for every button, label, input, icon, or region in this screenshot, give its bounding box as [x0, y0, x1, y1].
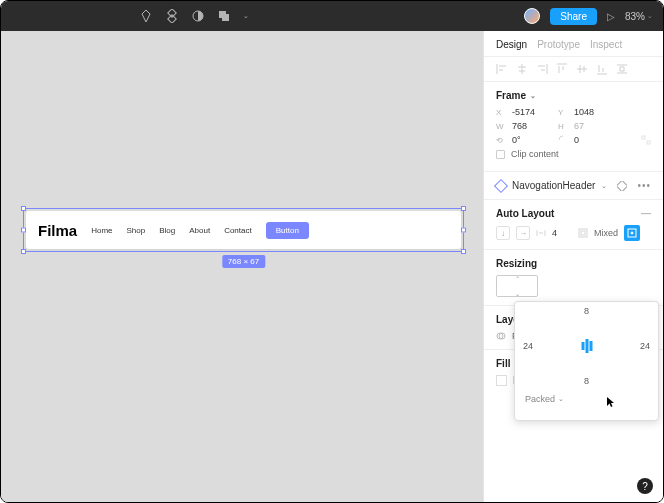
padding-right-input[interactable]: 24 [640, 341, 650, 351]
clip-content-checkbox[interactable] [496, 150, 505, 159]
panel-tabs: Design Prototype Inspect [484, 31, 663, 57]
nav-link: Home [91, 226, 112, 235]
fill-title: Fill [496, 358, 510, 369]
chevron-down-icon: ⌄ [558, 395, 564, 403]
corner-input[interactable]: 0 [574, 135, 614, 145]
tab-prototype[interactable]: Prototype [537, 39, 580, 50]
cursor-icon [606, 396, 616, 408]
autolayout-section: Auto Layout— ↓ → 4 Mixed [484, 200, 663, 250]
dimensions-badge: 768 × 67 [222, 255, 265, 268]
brand-text: Filma [38, 222, 77, 239]
zoom-value: 83% [625, 11, 645, 22]
canvas[interactable]: Filma Home Shop Blog About Contact Butto… [1, 31, 483, 502]
resize-handle[interactable] [461, 228, 466, 233]
svg-rect-5 [642, 136, 645, 139]
y-input[interactable]: 1048 [574, 107, 614, 117]
nav-link: About [189, 226, 210, 235]
chevron-down-icon[interactable]: ⌄ [243, 12, 249, 20]
padding-bottom-input[interactable]: 8 [584, 376, 589, 386]
svg-rect-9 [581, 231, 585, 235]
svg-point-11 [631, 232, 633, 234]
nav-link: Contact [224, 226, 252, 235]
component-icon[interactable] [165, 9, 179, 23]
union-icon[interactable] [217, 9, 231, 23]
chevron-down-icon: ⌄ [515, 290, 520, 297]
clip-content-label: Clip content [511, 149, 559, 159]
distribution-select[interactable]: Packed [525, 394, 555, 404]
more-icon[interactable]: ••• [637, 180, 651, 191]
padding-top-input[interactable]: 8 [584, 306, 589, 316]
avatar[interactable] [524, 8, 540, 24]
align-top-icon[interactable] [556, 63, 568, 75]
nav-button: Button [266, 222, 309, 239]
align-right-icon[interactable] [536, 63, 548, 75]
x-input[interactable]: -5174 [512, 107, 552, 117]
alignment-center-icon[interactable] [581, 339, 592, 353]
x-label: X [496, 108, 506, 117]
padding-grid[interactable]: 8 8 24 24 [515, 302, 658, 390]
svg-rect-1 [168, 15, 176, 23]
remove-autolayout-icon[interactable]: — [641, 208, 651, 219]
tab-inspect[interactable]: Inspect [590, 39, 622, 50]
component-instance-row[interactable]: NavogationHeader ⌄ ••• [484, 172, 663, 200]
h-label: H [558, 122, 568, 131]
direction-vertical-button[interactable]: ↓ [496, 226, 510, 240]
resize-handle[interactable] [461, 206, 466, 211]
share-button[interactable]: Share [550, 8, 597, 25]
resizing-title: Resizing [496, 258, 537, 269]
resize-handle[interactable] [461, 249, 466, 254]
resizing-section: Resizing ⌃ ⌄ [484, 250, 663, 306]
mask-icon[interactable] [191, 9, 205, 23]
gap-icon [536, 228, 546, 238]
go-to-main-icon[interactable] [617, 181, 627, 191]
align-row [484, 57, 663, 82]
properties-panel: Design Prototype Inspect Frame⌄ X-5174 Y… [483, 31, 663, 502]
main-area: Filma Home Shop Blog About Contact Butto… [1, 31, 663, 502]
frame-title-text: Frame [496, 90, 526, 101]
independent-corners-icon[interactable] [641, 135, 651, 145]
resize-handle[interactable] [21, 249, 26, 254]
svg-rect-7 [617, 181, 627, 191]
corner-radius-icon [558, 135, 568, 145]
chevron-up-icon: ⌃ [515, 275, 520, 282]
present-icon[interactable]: ▷ [607, 11, 615, 22]
tab-design[interactable]: Design [496, 39, 527, 50]
selected-frame[interactable]: Filma Home Shop Blog About Contact Butto… [26, 211, 461, 249]
svg-rect-4 [222, 14, 229, 21]
app-window: ⌄ Share ▷ 83%⌄ Filma Home Shop Blog Abou… [0, 0, 664, 503]
direction-horizontal-button[interactable]: → [516, 226, 530, 240]
align-hcenter-icon[interactable] [516, 63, 528, 75]
navigation-header-frame: Filma Home Shop Blog About Contact Butto… [26, 211, 461, 249]
rotation-input[interactable]: 0° [512, 135, 552, 145]
resizing-control[interactable]: ⌃ ⌄ [496, 275, 538, 297]
resize-handle[interactable] [21, 206, 26, 211]
fill-swatch[interactable] [496, 375, 507, 386]
blend-icon [496, 331, 506, 341]
w-label: W [496, 122, 506, 131]
toolbar-tools: ⌄ [139, 9, 249, 23]
distribute-icon[interactable] [616, 63, 628, 75]
chevron-down-icon[interactable]: ⌄ [601, 182, 607, 190]
chevron-down-icon: ⌄ [530, 92, 536, 100]
gap-input[interactable]: 4 [552, 228, 572, 238]
zoom-control[interactable]: 83%⌄ [625, 11, 653, 22]
svg-rect-0 [168, 9, 176, 17]
pen-icon[interactable] [139, 9, 153, 23]
padding-icon [578, 228, 588, 238]
svg-rect-8 [579, 229, 587, 237]
align-left-icon[interactable] [496, 63, 508, 75]
align-bottom-icon[interactable] [596, 63, 608, 75]
h-input[interactable]: 67 [574, 121, 604, 131]
padding-left-input[interactable]: 24 [523, 341, 533, 351]
nav-link: Blog [159, 226, 175, 235]
align-vcenter-icon[interactable] [576, 63, 588, 75]
nav-link: Shop [127, 226, 146, 235]
rotate-icon: ⟲ [496, 136, 506, 145]
y-label: Y [558, 108, 568, 117]
w-input[interactable]: 768 [512, 121, 552, 131]
component-icon [494, 178, 508, 192]
help-button[interactable]: ? [637, 478, 653, 494]
padding-input[interactable]: Mixed [594, 228, 618, 238]
alignment-box-button[interactable] [624, 225, 640, 241]
section-title[interactable]: Frame⌄ [496, 90, 651, 101]
